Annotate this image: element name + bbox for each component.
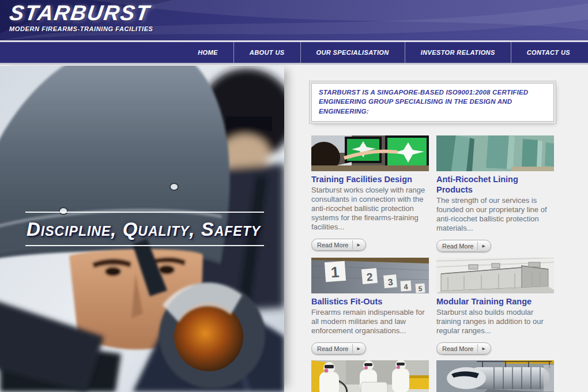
- card-training-facilities-design: Training Facilities Design Starburst wor…: [311, 135, 429, 258]
- training-facilities-design-photo[interactable]: [311, 135, 429, 171]
- nav-item-contact-us[interactable]: CONTACT US: [511, 42, 586, 63]
- page-content: Discipline, Quality, Safety STARBURST IS…: [0, 65, 588, 392]
- modular-building-sketch-image: [436, 258, 554, 293]
- read-more-arrow-icon: ▶: [357, 346, 360, 350]
- card-description: Starburst works closely with range consu…: [311, 186, 429, 232]
- read-more-button[interactable]: Read More ▶: [311, 239, 366, 251]
- card-description: The strength of our services is founded …: [436, 196, 554, 233]
- button-divider: [477, 242, 478, 250]
- svg-text:3: 3: [387, 277, 393, 288]
- slogan-bottom-rule: [25, 245, 264, 246]
- card-range-maintenance: [311, 360, 429, 392]
- green-lining-panels-image: [436, 135, 554, 171]
- read-more-button[interactable]: Read More ▶: [311, 342, 366, 355]
- read-more-button[interactable]: Read More ▶: [436, 342, 491, 355]
- card-title[interactable]: Modular Training Range: [436, 296, 554, 307]
- read-more-arrow-icon: ▶: [482, 346, 485, 350]
- read-more-arrow-icon: ▶: [357, 243, 360, 247]
- button-divider: [352, 240, 353, 249]
- card-title[interactable]: Ballistics Fit-Outs: [311, 296, 429, 307]
- card-description: Starburst also builds modular training r…: [436, 308, 554, 336]
- read-more-arrow-icon: ▶: [482, 244, 485, 248]
- brand-logo[interactable]: STARBURST MODERN FIREARMS-TRAINING FACIL…: [8, 2, 153, 32]
- main-navigation: HOME ABOUT US OUR SPECIALISATION INVESTO…: [0, 42, 588, 63]
- nav-item-about-us[interactable]: ABOUT US: [233, 42, 300, 63]
- logo-wordmark: STARBURST: [8, 2, 156, 25]
- card-engineering-structure: [436, 360, 554, 392]
- hero-slogan: Discipline, Quality, Safety: [25, 212, 264, 246]
- slogan-top-rule: [25, 212, 264, 213]
- read-more-label: Read More: [317, 242, 348, 248]
- button-divider: [352, 344, 353, 353]
- card-anti-ricochet-lining: Anti-Ricochet Lining Products The streng…: [436, 135, 554, 258]
- button-divider: [477, 344, 478, 353]
- intro-statement-text: STARBURST IS A SINGAPORE-BASED ISO9001:2…: [319, 88, 546, 116]
- logo-tagline: MODERN FIREARMS-TRAINING FACILITIES: [9, 25, 153, 32]
- nav-item-our-specialisation[interactable]: OUR SPECIALISATION: [300, 42, 405, 63]
- card-ballistics-fit-outs: 1 2 3 4 5 Ballistics Fit-Outs Fi: [311, 258, 429, 360]
- card-description: Firearms remain indispensable for all mo…: [311, 308, 429, 336]
- read-more-label: Read More: [442, 243, 473, 250]
- site-header: STARBURST MODERN FIREARMS-TRAINING FACIL…: [0, 0, 588, 40]
- intro-statement-box: STARBURST IS A SINGAPORE-BASED ISO9001:2…: [311, 83, 554, 122]
- read-more-label: Read More: [442, 345, 473, 352]
- ballistics-fit-outs-photo[interactable]: 1 2 3 4 5: [311, 258, 429, 293]
- services-grid: Training Facilities Design Starburst wor…: [311, 135, 554, 392]
- read-more-button[interactable]: Read More ▶: [436, 240, 491, 252]
- read-more-label: Read More: [317, 345, 348, 352]
- nav-item-investor-relations[interactable]: INVESTOR RELATIONS: [405, 42, 511, 63]
- svg-text:1: 1: [330, 263, 340, 281]
- card-title[interactable]: Anti-Ricochet Lining Products: [436, 174, 554, 195]
- card-modular-training-range: Modular Training Range Starburst also bu…: [436, 258, 554, 360]
- simulation-monitors-image: [311, 135, 429, 171]
- hazmat-workers-image: [311, 360, 429, 392]
- fuselage-structure-photo[interactable]: [436, 360, 554, 392]
- anti-ricochet-lining-photo[interactable]: [436, 135, 554, 171]
- nav-item-home[interactable]: HOME: [182, 42, 233, 63]
- maintenance-workers-photo[interactable]: [311, 360, 429, 392]
- svg-text:5: 5: [418, 285, 423, 293]
- svg-text:2: 2: [366, 271, 373, 284]
- modular-training-range-photo[interactable]: [436, 258, 554, 293]
- aircraft-fuselage-image: [436, 360, 554, 392]
- starburst-homepage: STARBURST MODERN FIREARMS-TRAINING FACIL…: [0, 0, 588, 392]
- range-lane-numbers-image: 1 2 3 4 5: [311, 258, 429, 293]
- card-title[interactable]: Training Facilities Design: [311, 174, 429, 184]
- slogan-text: Discipline, Quality, Safety: [27, 218, 264, 240]
- hero-photo-soldier-aiming-rifle: Discipline, Quality, Safety: [0, 66, 284, 392]
